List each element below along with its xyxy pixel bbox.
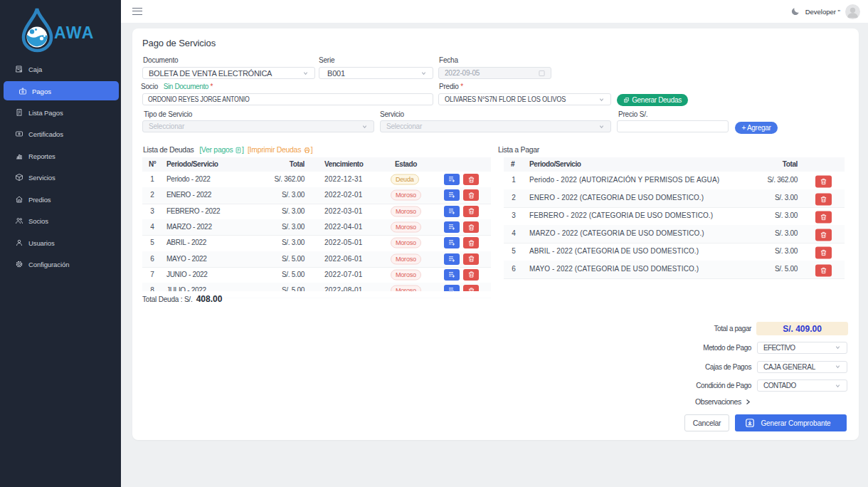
svg-text:AWA: AWA bbox=[54, 23, 95, 42]
